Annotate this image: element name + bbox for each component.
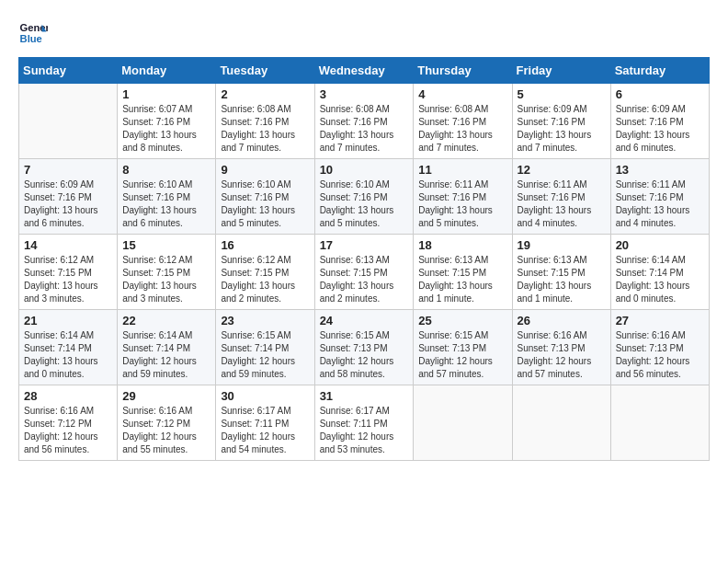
day-number: 7 — [24, 163, 112, 177]
day-header-wednesday: Wednesday — [314, 58, 414, 84]
day-number: 20 — [616, 238, 704, 252]
day-number: 10 — [320, 163, 409, 177]
calendar-cell: 15 Sunrise: 6:12 AMSunset: 7:15 PMDaylig… — [118, 235, 216, 310]
calendar-cell: 26 Sunrise: 6:16 AMSunset: 7:13 PMDaylig… — [512, 310, 610, 385]
calendar-cell: 11 Sunrise: 6:11 AMSunset: 7:16 PMDaylig… — [414, 159, 512, 235]
day-number: 29 — [122, 389, 210, 403]
calendar-cell: 22 Sunrise: 6:14 AMSunset: 7:14 PMDaylig… — [118, 310, 216, 385]
day-number: 16 — [221, 238, 309, 252]
cell-info: Sunrise: 6:08 AMSunset: 7:16 PMDaylight:… — [418, 103, 506, 155]
cell-info: Sunrise: 6:13 AMSunset: 7:15 PMDaylight:… — [418, 254, 506, 305]
cell-info: Sunrise: 6:14 AMSunset: 7:14 PMDaylight:… — [122, 329, 210, 381]
day-number: 24 — [320, 314, 409, 327]
calendar-cell: 18 Sunrise: 6:13 AMSunset: 7:15 PMDaylig… — [414, 235, 512, 310]
cell-info: Sunrise: 6:15 AMSunset: 7:14 PMDaylight:… — [221, 329, 309, 381]
calendar-cell: 2 Sunrise: 6:08 AMSunset: 7:16 PMDayligh… — [216, 84, 314, 159]
cell-info: Sunrise: 6:09 AMSunset: 7:16 PMDaylight:… — [518, 103, 606, 155]
cell-info: Sunrise: 6:09 AMSunset: 7:16 PMDaylight:… — [24, 178, 112, 230]
calendar-cell: 21 Sunrise: 6:14 AMSunset: 7:14 PMDaylig… — [19, 310, 118, 385]
calendar-cell — [19, 84, 118, 159]
day-number: 5 — [518, 87, 606, 101]
calendar-cell: 19 Sunrise: 6:13 AMSunset: 7:15 PMDaylig… — [512, 235, 610, 310]
calendar-cell: 9 Sunrise: 6:10 AMSunset: 7:16 PMDayligh… — [216, 159, 314, 235]
cell-info: Sunrise: 6:11 AMSunset: 7:16 PMDaylight:… — [616, 178, 704, 230]
calendar-cell: 23 Sunrise: 6:15 AMSunset: 7:14 PMDaylig… — [216, 310, 314, 385]
cell-info: Sunrise: 6:08 AMSunset: 7:16 PMDaylight:… — [320, 103, 409, 155]
cell-info: Sunrise: 6:14 AMSunset: 7:14 PMDaylight:… — [616, 254, 704, 305]
day-number: 6 — [616, 87, 704, 101]
calendar-cell: 1 Sunrise: 6:07 AMSunset: 7:16 PMDayligh… — [118, 84, 216, 159]
calendar-cell: 7 Sunrise: 6:09 AMSunset: 7:16 PMDayligh… — [19, 159, 118, 235]
cell-info: Sunrise: 6:17 AMSunset: 7:11 PMDaylight:… — [320, 405, 409, 456]
day-number: 25 — [418, 314, 506, 327]
day-header-tuesday: Tuesday — [216, 58, 314, 84]
logo: General Blue — [18, 18, 51, 48]
calendar-table: SundayMondayTuesdayWednesdayThursdayFrid… — [18, 57, 710, 461]
cell-info: Sunrise: 6:16 AMSunset: 7:12 PMDaylight:… — [24, 405, 112, 456]
cell-info: Sunrise: 6:07 AMSunset: 7:16 PMDaylight:… — [122, 103, 210, 155]
day-number: 26 — [518, 314, 606, 327]
day-number: 3 — [320, 87, 409, 101]
cell-info: Sunrise: 6:13 AMSunset: 7:15 PMDaylight:… — [320, 254, 409, 305]
cell-info: Sunrise: 6:13 AMSunset: 7:15 PMDaylight:… — [518, 254, 606, 305]
calendar-cell: 24 Sunrise: 6:15 AMSunset: 7:13 PMDaylig… — [314, 310, 414, 385]
calendar-cell: 8 Sunrise: 6:10 AMSunset: 7:16 PMDayligh… — [118, 159, 216, 235]
calendar-cell: 6 Sunrise: 6:09 AMSunset: 7:16 PMDayligh… — [610, 84, 709, 159]
calendar-week-row: 7 Sunrise: 6:09 AMSunset: 7:16 PMDayligh… — [19, 159, 710, 235]
day-number: 14 — [24, 238, 112, 252]
day-number: 27 — [616, 314, 704, 327]
calendar-week-row: 28 Sunrise: 6:16 AMSunset: 7:12 PMDaylig… — [19, 385, 710, 461]
day-number: 30 — [221, 389, 309, 403]
day-number: 15 — [122, 238, 210, 252]
cell-info: Sunrise: 6:10 AMSunset: 7:16 PMDaylight:… — [221, 178, 309, 230]
calendar-cell: 12 Sunrise: 6:11 AMSunset: 7:16 PMDaylig… — [512, 159, 610, 235]
calendar-cell: 14 Sunrise: 6:12 AMSunset: 7:15 PMDaylig… — [19, 235, 118, 310]
cell-info: Sunrise: 6:10 AMSunset: 7:16 PMDaylight:… — [320, 178, 409, 230]
day-number: 2 — [221, 87, 309, 101]
day-number: 9 — [221, 163, 309, 177]
cell-info: Sunrise: 6:15 AMSunset: 7:13 PMDaylight:… — [320, 329, 409, 381]
day-header-sunday: Sunday — [19, 58, 118, 84]
day-number: 23 — [221, 314, 309, 327]
calendar-cell: 29 Sunrise: 6:16 AMSunset: 7:12 PMDaylig… — [118, 385, 216, 461]
day-number: 11 — [418, 163, 506, 177]
calendar-week-row: 21 Sunrise: 6:14 AMSunset: 7:14 PMDaylig… — [19, 310, 710, 385]
svg-text:Blue: Blue — [20, 33, 42, 44]
day-number: 19 — [518, 238, 606, 252]
cell-info: Sunrise: 6:11 AMSunset: 7:16 PMDaylight:… — [418, 178, 506, 230]
calendar-cell: 13 Sunrise: 6:11 AMSunset: 7:16 PMDaylig… — [610, 159, 709, 235]
cell-info: Sunrise: 6:11 AMSunset: 7:16 PMDaylight:… — [518, 178, 606, 230]
day-number: 4 — [418, 87, 506, 101]
calendar-cell: 16 Sunrise: 6:12 AMSunset: 7:15 PMDaylig… — [216, 235, 314, 310]
day-number: 8 — [122, 163, 210, 177]
cell-info: Sunrise: 6:16 AMSunset: 7:12 PMDaylight:… — [122, 405, 210, 456]
calendar-cell: 20 Sunrise: 6:14 AMSunset: 7:14 PMDaylig… — [610, 235, 709, 310]
calendar-cell: 10 Sunrise: 6:10 AMSunset: 7:16 PMDaylig… — [314, 159, 414, 235]
cell-info: Sunrise: 6:12 AMSunset: 7:15 PMDaylight:… — [221, 254, 309, 305]
calendar-cell: 4 Sunrise: 6:08 AMSunset: 7:16 PMDayligh… — [414, 84, 512, 159]
day-number: 28 — [24, 389, 112, 403]
day-header-thursday: Thursday — [414, 58, 512, 84]
day-number: 1 — [122, 87, 210, 101]
calendar-cell: 25 Sunrise: 6:15 AMSunset: 7:13 PMDaylig… — [414, 310, 512, 385]
cell-info: Sunrise: 6:17 AMSunset: 7:11 PMDaylight:… — [221, 405, 309, 456]
day-number: 13 — [616, 163, 704, 177]
calendar-week-row: 14 Sunrise: 6:12 AMSunset: 7:15 PMDaylig… — [19, 235, 710, 310]
calendar-cell: 28 Sunrise: 6:16 AMSunset: 7:12 PMDaylig… — [19, 385, 118, 461]
cell-info: Sunrise: 6:08 AMSunset: 7:16 PMDaylight:… — [221, 103, 309, 155]
cell-info: Sunrise: 6:15 AMSunset: 7:13 PMDaylight:… — [418, 329, 506, 381]
cell-info: Sunrise: 6:14 AMSunset: 7:14 PMDaylight:… — [24, 329, 112, 381]
calendar-cell: 17 Sunrise: 6:13 AMSunset: 7:15 PMDaylig… — [314, 235, 414, 310]
calendar-cell: 30 Sunrise: 6:17 AMSunset: 7:11 PMDaylig… — [216, 385, 314, 461]
cell-info: Sunrise: 6:12 AMSunset: 7:15 PMDaylight:… — [24, 254, 112, 305]
calendar-header-row: SundayMondayTuesdayWednesdayThursdayFrid… — [19, 58, 710, 84]
cell-info: Sunrise: 6:16 AMSunset: 7:13 PMDaylight:… — [616, 329, 704, 381]
day-header-monday: Monday — [118, 58, 216, 84]
cell-info: Sunrise: 6:16 AMSunset: 7:13 PMDaylight:… — [518, 329, 606, 381]
calendar-week-row: 1 Sunrise: 6:07 AMSunset: 7:16 PMDayligh… — [19, 84, 710, 159]
calendar-cell: 31 Sunrise: 6:17 AMSunset: 7:11 PMDaylig… — [314, 385, 414, 461]
logo-icon: General Blue — [18, 18, 48, 48]
day-header-saturday: Saturday — [610, 58, 709, 84]
day-header-friday: Friday — [512, 58, 610, 84]
day-number: 17 — [320, 238, 409, 252]
